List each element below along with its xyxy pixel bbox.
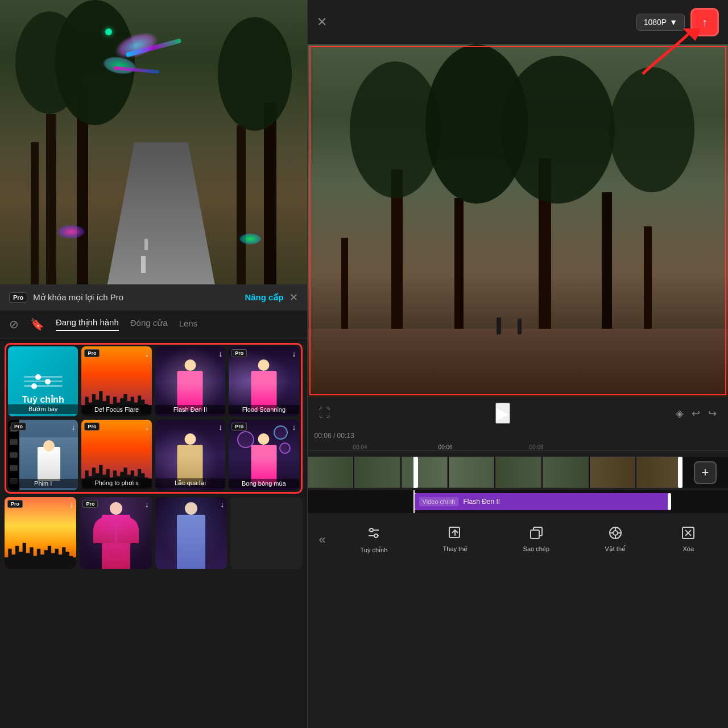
effect-label-film: Phim I <box>8 479 78 488</box>
pro-banner: Pro Mở khóa mọi lợi ích Pro Nâng cấp ✕ <box>0 284 307 311</box>
blocked-icon[interactable]: ⊘ <box>9 317 19 331</box>
playback-controls: ▶ <box>495 403 510 424</box>
download-icon-woman2[interactable]: ↓ <box>220 500 224 509</box>
svg-point-2 <box>370 528 373 532</box>
effect-label-def: Def Focus Flare <box>81 405 151 414</box>
svg-rect-8 <box>531 530 539 539</box>
replace-icon <box>448 526 462 543</box>
tab-trending[interactable]: Đang thịnh hành <box>56 317 119 331</box>
effect-item-bubble[interactable]: Pro ↓ Bong bóng mùa <box>229 420 299 490</box>
timeline-ruler: 00:04 00:06 00:08 <box>308 442 728 454</box>
pro-badge-flood: Pro <box>231 349 247 357</box>
pro-badge-bubble: Pro <box>231 423 247 431</box>
tab-closed[interactable]: Đóng cửa <box>130 318 168 330</box>
effect-item-flood-scanning[interactable]: Pro ↓ Flood Scanning <box>229 346 299 416</box>
download-icon-def[interactable]: ↓ <box>145 349 149 358</box>
marker-0004: 00:04 <box>353 444 367 450</box>
effect-grid-container: Tuỳ chỉnh Bướm bay true Pro ↓ Def Focus … <box>0 338 307 728</box>
close-button[interactable]: ✕ <box>317 15 327 30</box>
download-icon-zoom[interactable]: ↓ <box>145 423 149 432</box>
object-icon <box>608 526 623 543</box>
toolbar-item-replace[interactable]: Thay thế <box>443 526 468 554</box>
effects-row-2: Pro ↓ Phim I Pro ↓ Phóng to phơi s <box>8 420 299 490</box>
pro-badge-woman1: Pro <box>82 500 98 508</box>
effect-item-woman1[interactable]: Pro ↓ <box>80 497 151 569</box>
tab-lens[interactable]: Lens <box>179 318 198 330</box>
download-icon-film[interactable]: ↓ <box>71 423 75 432</box>
download-icon-woman1[interactable]: ↓ <box>145 500 149 509</box>
toolbar-items: Tuỳ chỉnh Thay thế <box>333 526 723 554</box>
toolbar-item-delete[interactable]: Xóa <box>681 526 696 554</box>
effect-item-empty <box>230 497 302 569</box>
toolbar-label-copy: Sao chép <box>523 545 549 552</box>
effect-clip[interactable]: Video chính Flash Đen II <box>413 493 671 510</box>
svg-point-10 <box>613 531 618 535</box>
effect-label-zoom: Phóng to phơi s <box>81 478 151 488</box>
effect-item-city2[interactable]: Pro ↓ <box>5 497 76 569</box>
toolbar-label-replace: Thay thế <box>443 545 468 553</box>
add-clip-button[interactable]: + <box>694 461 717 484</box>
pro-badge: Pro <box>9 292 27 303</box>
svg-point-4 <box>374 534 378 537</box>
close-banner-button[interactable]: ✕ <box>289 291 298 304</box>
timeline-section: 00:06 / 00:13 00:04 00:06 00:08 <box>308 429 728 519</box>
filter-tabs: ⊘ 🔖 Đang thịnh hành Đóng cửa Lens <box>0 311 307 338</box>
adjust-icon <box>366 526 381 544</box>
video-track[interactable]: + <box>308 457 728 488</box>
download-icon-bubble[interactable]: ↓ <box>292 423 296 432</box>
upgrade-button[interactable]: Nâng cấp <box>245 292 283 303</box>
toolbar-item-copy[interactable]: Sao chép <box>523 526 549 554</box>
bookmark-icon[interactable]: 🔖 <box>30 317 44 331</box>
controls-bar: ⛶ ▶ ◈ ↩ ↪ <box>308 397 728 429</box>
time-display-bar: 00:06 / 00:13 <box>308 429 728 442</box>
highlighted-effects-section: Tuỳ chỉnh Bướm bay true Pro ↓ Def Focus … <box>5 343 303 494</box>
copy-icon <box>529 526 544 543</box>
redo-button[interactable]: ↪ <box>708 407 717 420</box>
effects-row-3: Pro ↓ Pro ↓ <box>5 497 303 569</box>
left-video-preview <box>0 0 307 284</box>
toolbar-item-adjust[interactable]: Tuỳ chỉnh <box>360 526 387 554</box>
right-video-preview <box>308 44 728 397</box>
pro-badge-city2: Pro <box>7 500 23 508</box>
effect-item-zoom[interactable]: Pro ↓ Phóng to phơi s <box>81 420 151 490</box>
fullscreen-button[interactable]: ⛶ <box>319 407 330 420</box>
download-icon-shake[interactable]: ↓ <box>218 423 222 432</box>
pro-badge-zoom: Pro <box>84 423 100 431</box>
delete-icon <box>681 526 696 543</box>
effect-item-film[interactable]: Pro ↓ Phim I <box>8 420 78 490</box>
undo-button[interactable]: ↩ <box>692 407 700 420</box>
effect-item-woman2[interactable]: ↓ <box>155 497 227 569</box>
effect-clip-name: Flash Đen II <box>463 498 500 506</box>
effect-item-def-focus-flare[interactable]: true Pro ↓ Def Focus Flare <box>81 346 151 416</box>
effect-label-flood: Flood Scanning <box>229 405 299 414</box>
right-panel: ✕ 1080P ▼ ↑ <box>308 0 728 728</box>
download-icon-flood[interactable]: ↓ <box>292 349 296 358</box>
effect-clip-handle-right[interactable] <box>668 493 671 510</box>
toolbar-label-object: Vật thể <box>605 545 626 553</box>
toolbar-label-delete: Xóa <box>683 545 694 552</box>
pro-badge-film: Pro <box>11 423 26 431</box>
pro-badge-def-label: Pro <box>84 349 100 357</box>
quality-label: 1080P <box>644 18 667 27</box>
download-icon-flash[interactable]: ↓ <box>218 349 222 358</box>
effect-label-shake: Lắc qua lại <box>155 478 225 488</box>
toolbar-back-button[interactable]: « <box>312 532 333 547</box>
marker-0006: 00:06 <box>439 444 453 450</box>
effect-item-custom[interactable]: Tuỳ chỉnh Bướm bay <box>8 346 78 416</box>
download-icon-city2[interactable]: ↓ <box>69 500 73 509</box>
quality-arrow-icon: ▼ <box>669 18 677 27</box>
timeline-handle-right[interactable] <box>678 457 682 488</box>
play-button[interactable]: ▶ <box>495 403 510 424</box>
pro-banner-text: Mở khóa mọi lợi ích Pro <box>33 292 239 303</box>
effect-item-shake[interactable]: ↓ Lắc qua lại <box>155 420 225 490</box>
playhead-effect <box>413 490 415 513</box>
marker-0008: 00:08 <box>530 444 544 450</box>
video-strip <box>308 457 682 488</box>
effect-item-flash-dark[interactable]: ↓ Flash Đen II <box>155 346 225 416</box>
right-header: ✕ 1080P ▼ ↑ <box>308 0 728 44</box>
toolbar-label-adjust: Tuỳ chỉnh <box>360 547 387 554</box>
custom-effect-label: Tuỳ chỉnh <box>8 394 78 405</box>
effects-button[interactable]: ◈ <box>676 407 684 420</box>
toolbar-item-object[interactable]: Vật thể <box>605 526 626 554</box>
effect-label-bubble: Bong bóng mùa <box>229 479 299 488</box>
